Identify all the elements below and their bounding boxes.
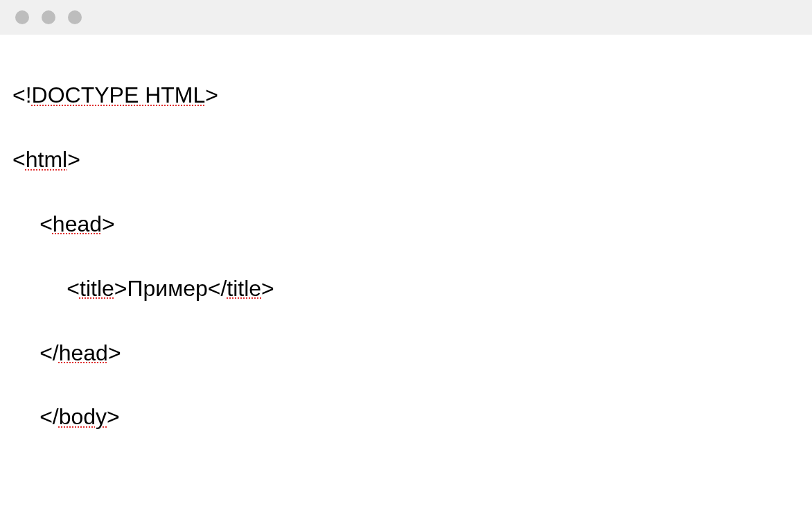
code-line: </body> xyxy=(12,401,800,433)
text: </ xyxy=(39,340,59,365)
text: title xyxy=(227,276,261,301)
text: > xyxy=(205,82,218,107)
text: > xyxy=(108,340,121,365)
text: DOCTYPE HTML xyxy=(32,82,206,107)
text: > xyxy=(67,147,80,172)
text: </ xyxy=(39,404,59,429)
traffic-light-zoom[interactable] xyxy=(68,10,82,24)
code-line: <html> xyxy=(12,143,800,175)
text: head xyxy=(59,340,108,365)
text: < xyxy=(12,147,26,172)
text: body xyxy=(59,404,107,429)
blank-line xyxy=(12,465,800,497)
code-line: <!DOCTYPE HTML> xyxy=(12,79,800,111)
text: < xyxy=(67,276,80,301)
text: <! xyxy=(12,82,32,107)
text: > xyxy=(261,276,274,301)
text: title xyxy=(80,276,114,301)
text: < xyxy=(39,211,53,236)
text: Пример xyxy=(127,276,207,301)
traffic-light-close[interactable] xyxy=(15,10,29,24)
text: head xyxy=(53,211,102,236)
code-block: <!DOCTYPE HTML> <html> <head> <title>При… xyxy=(0,35,812,531)
text: html xyxy=(26,147,67,172)
code-line: <title>Пример</title> xyxy=(12,272,800,304)
text: > xyxy=(102,211,115,236)
traffic-light-minimize[interactable] xyxy=(42,10,55,24)
text: </ xyxy=(208,276,227,301)
window-titlebar xyxy=(0,0,812,35)
text: > xyxy=(114,276,127,301)
code-line: </head> xyxy=(12,337,800,369)
text: > xyxy=(107,404,120,429)
code-line: <head> xyxy=(12,208,800,240)
